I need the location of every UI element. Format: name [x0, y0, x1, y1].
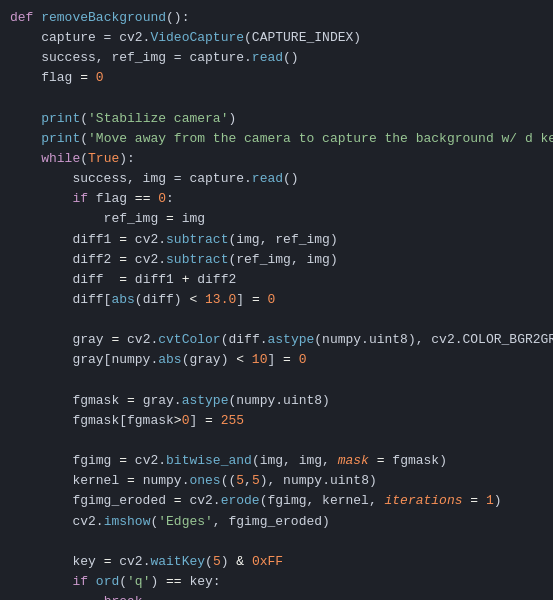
code-line-29: if ord('q') == key: [10, 572, 543, 592]
code-line-4: flag = 0 [10, 68, 543, 88]
code-editor: def removeBackground(): capture = cv2.Vi… [0, 0, 553, 600]
code-line-3: success, ref_img = capture.read() [10, 48, 543, 68]
code-line-9: success, img = capture.read() [10, 169, 543, 189]
code-line-2: capture = cv2.VideoCapture(CAPTURE_INDEX… [10, 28, 543, 48]
code-line-13: diff2 = cv2.subtract(ref_img, img) [10, 250, 543, 270]
code-line-19 [10, 371, 543, 391]
code-line-5 [10, 89, 543, 109]
code-line-23: fgimg = cv2.bitwise_and(img, img, mask =… [10, 451, 543, 471]
code-line-14: diff = diff1 + diff2 [10, 270, 543, 290]
code-line-12: diff1 = cv2.subtract(img, ref_img) [10, 230, 543, 250]
code-line-26: cv2.imshow('Edges', fgimg_eroded) [10, 512, 543, 532]
code-line-20: fgmask = gray.astype(numpy.uint8) [10, 391, 543, 411]
code-line-28: key = cv2.waitKey(5) & 0xFF [10, 552, 543, 572]
code-line-17: gray = cv2.cvtColor(diff.astype(numpy.ui… [10, 330, 543, 350]
code-line-8: while(True): [10, 149, 543, 169]
code-line-16 [10, 310, 543, 330]
code-line-24: kernel = numpy.ones((5,5), numpy.uint8) [10, 471, 543, 491]
code-line-25: fgimg_eroded = cv2.erode(fgimg, kernel, … [10, 491, 543, 511]
code-line-27 [10, 532, 543, 552]
code-line-1: def removeBackground(): [10, 8, 543, 28]
code-line-11: ref_img = img [10, 209, 543, 229]
code-line-6: print('Stabilize camera') [10, 109, 543, 129]
code-line-22 [10, 431, 543, 451]
code-line-30: break [10, 592, 543, 600]
code-line-21: fgmask[fgmask>0] = 255 [10, 411, 543, 431]
code-line-10: if flag == 0: [10, 189, 543, 209]
code-line-18: gray[numpy.abs(gray) < 10] = 0 [10, 350, 543, 370]
code-line-15: diff[abs(diff) < 13.0] = 0 [10, 290, 543, 310]
code-line-7: print('Move away from the camera to capt… [10, 129, 543, 149]
